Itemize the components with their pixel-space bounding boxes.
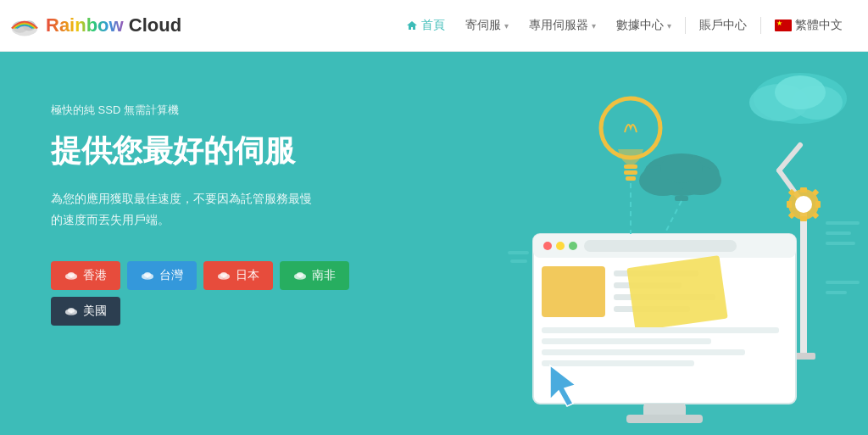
svg-rect-42 <box>542 349 745 355</box>
svg-rect-23 <box>826 242 855 245</box>
svg-rect-28 <box>626 415 703 423</box>
btn-usa-label: 美國 <box>83 304 107 319</box>
btn-southafrica[interactable]: 南非 <box>280 261 349 290</box>
svg-rect-25 <box>826 291 847 294</box>
svg-rect-33 <box>584 240 737 252</box>
svg-rect-41 <box>542 338 711 344</box>
cloud-icon-hk <box>64 270 78 281</box>
svg-rect-49 <box>675 196 688 201</box>
btn-japan-label: 日本 <box>236 268 259 283</box>
svg-rect-34 <box>542 266 605 317</box>
nav-account-label: 賬戶中心 <box>699 18 747 33</box>
logo-icon <box>8 14 41 37</box>
btn-taiwan-label: 台灣 <box>159 268 183 283</box>
svg-rect-43 <box>542 360 694 366</box>
svg-rect-40 <box>542 327 779 333</box>
svg-point-65 <box>144 272 151 277</box>
svg-point-30 <box>543 242 552 250</box>
svg-point-61 <box>68 272 75 277</box>
chevron-down-icon-3: ▾ <box>667 21 671 31</box>
nav-lang[interactable]: 繁體中文 <box>766 11 851 40</box>
hero-content: 極快的純 SSD 無需計算機 提供您最好的伺服 為您的應用獲取最佳速度，不要因為… <box>0 52 356 360</box>
hero-description: 為您的應用獲取最佳速度，不要因為託管服務最慢的速度而丟失用戶端。 <box>51 188 322 231</box>
svg-rect-54 <box>626 176 636 181</box>
svg-rect-22 <box>826 231 851 235</box>
nav-datacenter-label: 數據中心 <box>616 18 664 33</box>
logo: Rainbow Cloud <box>8 14 181 37</box>
nav-home-label: 首頁 <box>421 18 445 33</box>
main-nav: 首頁 寄伺服 ▾ 專用伺服器 ▾ 數據中心 ▾ 賬戶中心 繁體中文 <box>398 11 851 40</box>
hero-illustration <box>385 52 868 435</box>
btn-japan[interactable]: 日本 <box>203 261 273 290</box>
hero-buttons: 香港 台灣 日本 <box>51 261 356 326</box>
header: Rainbow Cloud 首頁 寄伺服 ▾ 專用伺服器 ▾ 數據中心 ▾ 賬戶… <box>0 0 868 52</box>
nav-datacenter[interactable]: 數據中心 ▾ <box>608 11 680 40</box>
nav-hosting-label: 寄伺服 <box>465 18 501 33</box>
svg-point-32 <box>569 242 577 250</box>
svg-rect-53 <box>624 170 637 175</box>
nav-divider-2 <box>760 17 761 34</box>
home-icon <box>406 20 418 31</box>
nav-dedicated-label: 專用伺服器 <box>529 18 588 33</box>
svg-line-10 <box>779 145 800 170</box>
svg-rect-52 <box>624 165 637 169</box>
svg-rect-16 <box>815 201 821 208</box>
nav-divider <box>685 17 686 34</box>
cloud-icon-jp <box>217 270 231 281</box>
btn-usa[interactable]: 美國 <box>51 297 120 326</box>
svg-line-50 <box>665 201 682 234</box>
cloud-icon-us <box>64 306 78 316</box>
hero-subtitle: 極快的純 SSD 無需計算機 <box>51 103 356 118</box>
hero-section: 極快的純 SSD 無需計算機 提供您最好的伺服 為您的應用獲取最佳速度，不要因為… <box>0 52 868 435</box>
nav-dedicated[interactable]: 專用伺服器 ▾ <box>520 11 604 40</box>
logo-text: Rainbow Cloud <box>46 14 181 36</box>
svg-point-48 <box>660 154 703 183</box>
svg-point-31 <box>556 242 565 250</box>
nav-hosting[interactable]: 寄伺服 ▾ <box>457 11 517 40</box>
svg-rect-7 <box>800 204 807 357</box>
hero-title: 提供您最好的伺服 <box>51 131 356 171</box>
nav-account[interactable]: 賬戶中心 <box>691 11 755 40</box>
china-flag-icon <box>775 20 792 31</box>
btn-southafrica-label: 南非 <box>312 268 336 283</box>
svg-point-73 <box>297 272 303 277</box>
btn-hongkong[interactable]: 香港 <box>51 261 120 290</box>
svg-rect-21 <box>826 221 860 225</box>
nav-home[interactable]: 首頁 <box>398 11 453 40</box>
svg-rect-14 <box>800 216 807 221</box>
svg-point-77 <box>68 308 75 313</box>
svg-rect-57 <box>510 259 527 263</box>
chevron-down-icon: ▾ <box>504 21 509 31</box>
svg-point-12 <box>795 196 812 213</box>
cloud-icon-za <box>293 270 307 281</box>
btn-taiwan[interactable]: 台灣 <box>127 261 197 290</box>
chevron-down-icon-2: ▾ <box>592 21 596 31</box>
nav-lang-label: 繁體中文 <box>795 18 843 33</box>
btn-hongkong-label: 香港 <box>83 268 107 283</box>
svg-rect-24 <box>826 281 860 284</box>
svg-point-6 <box>775 75 826 109</box>
svg-point-69 <box>220 272 227 277</box>
cloud-icon-tw <box>141 270 154 281</box>
svg-rect-56 <box>508 251 529 254</box>
svg-rect-39 <box>626 255 727 332</box>
svg-rect-13 <box>800 187 807 192</box>
svg-rect-15 <box>787 201 792 208</box>
